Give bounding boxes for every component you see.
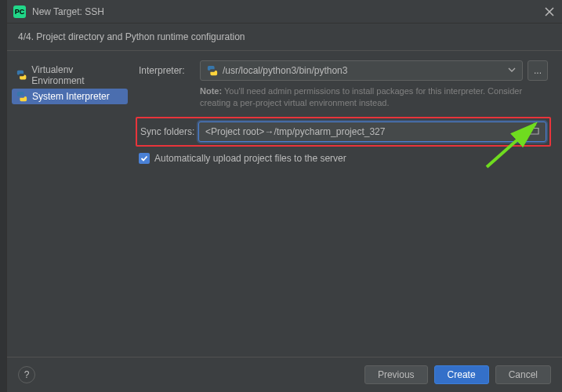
dialog-new-target-ssh: PC New Target: SSH 4/4. Project director… — [6, 0, 562, 392]
dialog-body: Virtualenv Environment System Interprete… — [7, 51, 562, 357]
sidebar-item-system-interpreter[interactable]: System Interpreter — [12, 89, 128, 104]
sync-folders-value: <Project root>→/tmp/pycharm_project_327 — [205, 126, 385, 137]
close-icon — [545, 7, 554, 16]
pycharm-icon: PC — [13, 5, 26, 18]
interpreter-more-button[interactable]: ... — [528, 60, 548, 81]
dialog-footer: ? Previous Create Cancel — [7, 357, 562, 392]
sync-folders-row: Sync folders: <Project root>→/tmp/pychar… — [140, 122, 546, 142]
close-button[interactable] — [543, 5, 556, 18]
auto-upload-checkbox[interactable] — [139, 153, 150, 164]
python-icon — [207, 65, 218, 76]
note-prefix: Note: — [200, 86, 222, 96]
chevron-down-icon — [508, 65, 516, 76]
auto-upload-row: Automatically upload project files to th… — [139, 153, 548, 164]
sidebar-item-label: System Interpreter — [32, 91, 110, 102]
help-icon: ? — [24, 369, 30, 380]
folder-icon[interactable] — [528, 125, 539, 137]
interpreter-note: Note: You'll need admin permissions to i… — [200, 85, 548, 109]
cancel-button[interactable]: Cancel — [495, 365, 551, 384]
sidebar: Virtualenv Environment System Interprete… — [7, 59, 132, 357]
main-panel: Interpreter: /usr/local/python3/bin/pyth… — [132, 59, 562, 357]
python-icon — [16, 91, 27, 102]
sync-folders-input[interactable]: <Project root>→/tmp/pycharm_project_327 — [198, 122, 546, 142]
sidebar-item-virtualenv[interactable]: Virtualenv Environment — [12, 62, 128, 89]
python-icon — [16, 70, 27, 81]
auto-upload-label: Automatically upload project files to th… — [154, 153, 346, 164]
sync-folders-highlight: Sync folders: <Project root>→/tmp/pychar… — [136, 117, 551, 147]
create-button[interactable]: Create — [434, 365, 489, 384]
dialog-title: New Target: SSH — [32, 6, 104, 17]
note-text: You'll need admin permissions to install… — [200, 86, 522, 107]
titlebar: PC New Target: SSH — [7, 0, 562, 24]
sidebar-item-label: Virtualenv Environment — [31, 64, 123, 86]
interpreter-label: Interpreter: — [139, 65, 200, 76]
previous-button[interactable]: Previous — [364, 365, 428, 384]
interpreter-combobox[interactable]: /usr/local/python3/bin/python3 — [200, 60, 523, 81]
interpreter-value: /usr/local/python3/bin/python3 — [223, 65, 347, 76]
interpreter-row: Interpreter: /usr/local/python3/bin/pyth… — [139, 60, 548, 81]
ellipsis-icon: ... — [534, 65, 542, 76]
background-strip — [0, 0, 6, 392]
check-icon — [140, 154, 148, 162]
help-button[interactable]: ? — [18, 366, 35, 383]
sync-folders-label: Sync folders: — [140, 126, 198, 137]
step-indicator: 4/4. Project directory and Python runtim… — [7, 24, 562, 51]
footer-buttons: Previous Create Cancel — [364, 365, 551, 384]
